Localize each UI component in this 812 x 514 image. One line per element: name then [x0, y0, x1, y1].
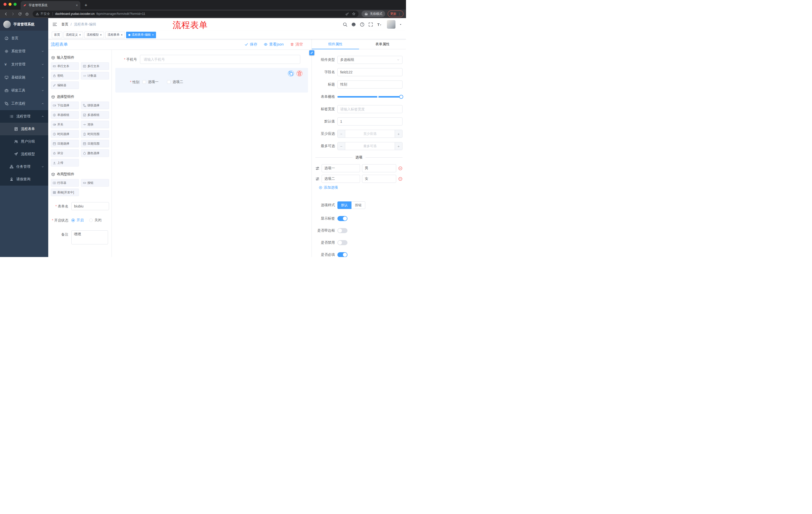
toggle-switch[interactable] [338, 228, 347, 233]
grid-slider[interactable] [338, 93, 403, 101]
copy-widget-button[interactable] [288, 71, 294, 77]
component-button[interactable]: 多行文本 [81, 62, 109, 70]
slider-knob[interactable] [399, 95, 403, 99]
component-button[interactable]: 123 计数器 [81, 72, 109, 79]
widget-phone[interactable]: 手机号 [115, 55, 308, 64]
component-button[interactable]: 按钮 [81, 179, 109, 187]
component-button[interactable]: 滑块 [81, 121, 109, 128]
tag-close-icon[interactable]: × [79, 33, 81, 36]
sidebar-subitem[interactable]: 流程表单 [0, 123, 48, 135]
phone-input[interactable] [140, 55, 300, 64]
delete-widget-button[interactable] [296, 71, 302, 77]
tag[interactable]: 流程模型 × [84, 32, 104, 38]
field-name-input[interactable] [338, 68, 403, 76]
tab-close-icon[interactable]: × [76, 3, 78, 7]
default-value-input[interactable] [338, 117, 403, 126]
tab-form-props[interactable]: 表单属性 [359, 39, 406, 49]
option-label-input[interactable] [322, 175, 360, 183]
close-window-button[interactable] [3, 3, 6, 6]
bookmark-icon[interactable] [352, 12, 355, 16]
label-width-input[interactable] [338, 105, 403, 113]
caret-down-icon[interactable] [399, 23, 402, 26]
toggle-switch[interactable] [338, 216, 347, 221]
forward-button[interactable] [9, 10, 16, 17]
sidebar-item[interactable]: 系统管理 [0, 45, 48, 58]
fontsize-icon[interactable]: TT [377, 22, 382, 27]
minimize-window-button[interactable] [8, 3, 11, 6]
password-manager-icon[interactable] [345, 12, 349, 16]
sidebar-logo[interactable]: 芋道管理系统 [0, 18, 48, 31]
form-name-input[interactable] [71, 202, 109, 210]
github-icon[interactable] [351, 22, 356, 27]
tag-close-icon[interactable]: × [100, 33, 102, 36]
drag-handle-icon[interactable] [315, 177, 320, 181]
title-input[interactable] [338, 80, 403, 88]
component-button[interactable]: 行容器 [51, 179, 79, 187]
max-select-value[interactable]: 最多可选 [345, 142, 395, 150]
sidebar-subitem[interactable]: 流程模型 [0, 148, 48, 160]
browser-menu-icon[interactable]: ⋮ [398, 12, 401, 16]
address-bar[interactable]: 不安全 dashboard.yudao.iocoder.cn/bpm/manag… [33, 10, 358, 17]
status-radio[interactable]: 关闭 [89, 218, 102, 222]
view-json-button[interactable]: 查看json [264, 42, 284, 47]
component-button[interactable]: 级联选择 [81, 102, 109, 109]
drag-handle-icon[interactable] [315, 166, 320, 170]
option-value-input[interactable] [362, 164, 396, 172]
tag[interactable]: 流程表单-编辑 × [126, 32, 156, 38]
widget-gender-selected[interactable]: 性别 选项一 [115, 68, 308, 92]
component-button[interactable]: 日期范围 [81, 140, 109, 147]
radio-circle[interactable] [71, 218, 75, 222]
add-option-button[interactable]: 添加选项 [319, 185, 403, 190]
option-value-input[interactable] [362, 175, 396, 183]
component-button[interactable]: 颜色选择 [81, 150, 109, 157]
tag[interactable]: 流程表单 × [105, 32, 125, 38]
stepper-minus-button[interactable]: − [338, 142, 345, 150]
remove-option-icon[interactable] [398, 177, 403, 181]
sidebar-item[interactable]: 任务管理 [0, 160, 48, 173]
save-button[interactable]: 保存 [244, 42, 257, 47]
component-button[interactable]: 密码 [51, 72, 79, 79]
toggle-switch[interactable] [338, 240, 347, 245]
stepper-plus-button[interactable]: + [395, 130, 402, 138]
component-button[interactable]: 编辑器 [51, 81, 79, 89]
tag-close-icon[interactable]: × [152, 33, 154, 36]
clear-button[interactable]: 清空 [290, 42, 303, 47]
search-icon[interactable] [343, 22, 347, 27]
radio-circle[interactable] [89, 218, 93, 222]
tag-close-icon[interactable]: × [121, 33, 123, 36]
component-button[interactable]: 时间范围 [81, 130, 109, 138]
max-select-stepper[interactable]: − 最多可选 + [338, 142, 403, 150]
status-radio[interactable]: 开启 [71, 218, 84, 222]
help-icon[interactable]: ? [360, 22, 365, 27]
form-canvas[interactable]: 手机号 性别 [112, 50, 312, 257]
component-button[interactable]: 时间选择 [51, 130, 79, 138]
remark-textarea[interactable]: 嘿嘿 [71, 231, 108, 244]
component-button[interactable]: 单行文本 [51, 62, 79, 70]
checkbox-option[interactable]: 选项二 [167, 80, 183, 84]
min-select-stepper[interactable]: − 至少应选 + [338, 130, 403, 138]
sidebar-item[interactable]: 基础设施 [0, 71, 48, 84]
tab-component-props[interactable]: 组件属性 [312, 39, 359, 49]
component-button[interactable]: 评分 [51, 150, 79, 157]
checkbox-box[interactable] [142, 80, 146, 84]
tag[interactable]: 首页 × [52, 32, 62, 38]
tag[interactable]: 流程定义 × [63, 32, 83, 38]
option-label-input[interactable] [322, 164, 360, 172]
browser-tab[interactable]: 芋道管理系统 × [21, 1, 80, 9]
component-button[interactable]: 多选框组 [81, 111, 109, 119]
sidebar-item[interactable]: 首页 [0, 32, 48, 45]
home-button[interactable] [24, 10, 30, 17]
sidebar-item[interactable]: 工作流程 [0, 97, 48, 110]
checkbox-option[interactable]: 选项一 [142, 80, 158, 84]
component-button[interactable]: 表格[开发中] [51, 189, 79, 196]
slider-track[interactable] [338, 96, 403, 98]
zoom-window-button[interactable] [13, 3, 17, 6]
hamburger-icon[interactable] [52, 22, 57, 27]
security-warning-icon[interactable] [36, 12, 39, 16]
sidebar-item[interactable]: ¥ 支付管理 [0, 58, 48, 71]
link-icon[interactable] [309, 50, 314, 55]
reload-button[interactable] [17, 10, 23, 17]
breadcrumb-home[interactable]: 首页 [61, 22, 68, 27]
back-button[interactable] [2, 10, 9, 17]
component-button[interactable]: 上传 [51, 159, 79, 166]
